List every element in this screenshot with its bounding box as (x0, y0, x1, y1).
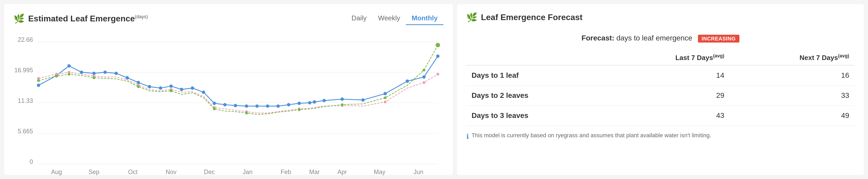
svg-point-25 (92, 72, 96, 75)
svg-point-39 (245, 105, 248, 108)
chart-area: 22.66 16.995 11.33 5.665 0 Aug Sep Oct N… (13, 30, 443, 179)
svg-point-65 (423, 81, 425, 84)
col-last7-header: Last 7 Days(avg) (606, 50, 730, 65)
svg-point-34 (191, 86, 194, 90)
svg-point-77 (384, 96, 386, 99)
left-panel-title: 🌿 Estimated Leaf Emergence(days) (13, 13, 148, 24)
line-chart: 22.66 16.995 11.33 5.665 0 Aug Sep Oct N… (13, 30, 443, 179)
svg-text:Apr: Apr (338, 169, 347, 175)
svg-text:Dec: Dec (204, 169, 215, 175)
svg-point-35 (202, 91, 205, 94)
svg-point-69 (67, 73, 70, 76)
right-panel-header: 🌿 Leaf Emergence Forecast (466, 12, 855, 23)
svg-point-26 (103, 70, 107, 74)
table-row: Days to 1 leaf 14 16 (466, 65, 855, 86)
svg-point-48 (341, 97, 344, 101)
svg-text:Mar: Mar (309, 169, 319, 175)
svg-point-72 (170, 90, 173, 92)
leaf-icon: 🌿 (13, 13, 25, 24)
row2-next7: 33 (730, 85, 855, 106)
forecast-desc: days to leaf emergence (616, 34, 692, 42)
svg-point-36 (213, 102, 216, 105)
left-panel: 🌿 Estimated Leaf Emergence(days) Daily W… (4, 4, 453, 175)
forecast-label: Forecast: (581, 34, 614, 42)
svg-point-50 (383, 92, 387, 95)
forecast-subtitle: Forecast: days to leaf emergence INCREAS… (466, 34, 855, 42)
svg-text:Sep: Sep (89, 169, 100, 175)
svg-point-74 (245, 112, 248, 115)
table-row: Days to 3 leaves 43 49 (466, 106, 855, 125)
row3-last7: 43 (606, 106, 730, 125)
svg-point-47 (322, 99, 326, 102)
tab-monthly[interactable]: Monthly (406, 12, 443, 25)
row1-last7: 14 (606, 65, 730, 86)
title-sup: (days) (135, 14, 148, 19)
svg-point-75 (298, 108, 301, 111)
svg-text:Feb: Feb (281, 169, 291, 175)
svg-point-33 (180, 88, 183, 91)
svg-text:5.665: 5.665 (18, 128, 33, 135)
right-leaf-icon: 🌿 (466, 12, 477, 23)
left-panel-title-text: Estimated Leaf Emergence(days) (28, 14, 148, 24)
forecast-table: Last 7 Days(avg) Next 7 Days(avg) Days t… (466, 50, 855, 126)
svg-point-68 (55, 74, 58, 78)
svg-text:16.995: 16.995 (14, 67, 33, 73)
row3-next7: 49 (730, 106, 855, 125)
forecast-note: ℹ This model is currently based on ryegr… (466, 132, 855, 141)
svg-point-23 (67, 64, 71, 67)
tab-daily[interactable]: Daily (346, 12, 372, 25)
svg-point-24 (80, 70, 83, 74)
svg-point-46 (313, 100, 316, 103)
svg-point-42 (276, 105, 280, 108)
svg-text:0: 0 (29, 158, 33, 165)
svg-point-71 (137, 85, 140, 88)
svg-point-53 (436, 55, 439, 58)
tab-group: Daily Weekly Monthly (346, 12, 443, 25)
table-row: Days to 2 leaves 29 33 (466, 85, 855, 106)
note-text: This model is currently based on ryegras… (471, 132, 711, 139)
increasing-badge: INCREASING (698, 35, 739, 42)
svg-point-49 (361, 98, 365, 102)
svg-point-29 (137, 81, 140, 84)
svg-point-76 (341, 103, 344, 106)
svg-text:22.66: 22.66 (18, 36, 33, 43)
svg-point-31 (159, 86, 162, 90)
svg-text:Jan: Jan (243, 169, 253, 175)
svg-point-73 (213, 108, 216, 110)
svg-point-32 (169, 85, 173, 88)
col-row-header (466, 50, 606, 65)
svg-point-79 (436, 43, 440, 47)
svg-point-52 (422, 76, 426, 79)
svg-point-70 (93, 77, 95, 79)
svg-text:Nov: Nov (166, 169, 177, 175)
svg-point-37 (223, 103, 227, 107)
svg-text:May: May (374, 169, 385, 175)
info-icon: ℹ (466, 132, 469, 141)
svg-point-41 (266, 105, 270, 108)
svg-point-51 (406, 80, 409, 83)
svg-point-38 (234, 104, 237, 107)
svg-point-45 (308, 101, 311, 105)
svg-point-64 (384, 100, 386, 103)
svg-text:11.33: 11.33 (18, 97, 33, 104)
svg-point-66 (436, 73, 439, 76)
col-next7-header: Next 7 Days(avg) (730, 50, 855, 65)
svg-point-28 (126, 76, 129, 80)
svg-point-67 (37, 79, 40, 82)
svg-point-30 (148, 85, 151, 88)
row2-label: Days to 2 leaves (466, 85, 606, 106)
right-panel-title: 🌿 Leaf Emergence Forecast (466, 12, 583, 23)
right-panel-title-text: Leaf Emergence Forecast (481, 12, 583, 22)
tab-weekly[interactable]: Weekly (372, 12, 406, 25)
svg-point-27 (115, 72, 118, 75)
row1-next7: 16 (730, 65, 855, 86)
svg-point-40 (255, 105, 259, 108)
right-panel: 🌿 Leaf Emergence Forecast Forecast: days… (457, 4, 864, 175)
left-panel-header: 🌿 Estimated Leaf Emergence(days) Daily W… (13, 12, 443, 25)
svg-point-21 (37, 84, 40, 87)
row2-last7: 29 (606, 85, 730, 106)
row3-label: Days to 3 leaves (466, 106, 606, 125)
svg-point-78 (423, 69, 425, 71)
row1-label: Days to 1 leaf (466, 65, 606, 86)
svg-point-43 (287, 103, 290, 107)
